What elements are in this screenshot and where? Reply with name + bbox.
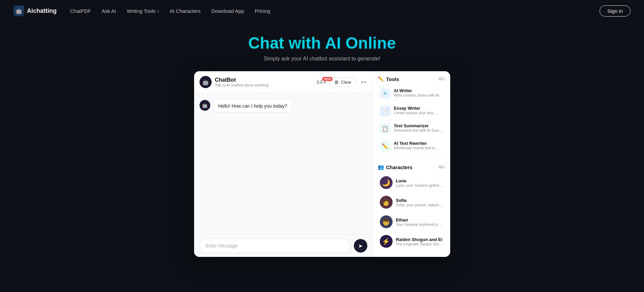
characters-all-chevron (444, 164, 446, 170)
tool-item-ai-writer[interactable]: ≡ AI Writer Write smarter, faster with A… (375, 85, 448, 102)
tools-section-header: ✏️ Tools All (373, 71, 450, 85)
tools-all-link[interactable]: All (438, 76, 445, 82)
char-item-luna[interactable]: 🌙 Luna Luna, your Yandere girlfriend,... (375, 173, 448, 192)
ai-writer-info: AI Writer Write smarter, faster with AI. (394, 88, 443, 97)
raiden-info: Raiden Shogun and Ei The enigmatic Raide… (396, 237, 443, 246)
nav-chatpdf[interactable]: ChatPDF (70, 8, 91, 14)
writing-tools-dropdown-icon (157, 8, 159, 14)
message-bubble: Hello! How can I help you today? (214, 100, 292, 112)
tools-section-icon: ✏️ (378, 76, 384, 82)
send-button[interactable]: ➤ (354, 239, 367, 253)
tools-section-title: ✏️ Tools (378, 76, 399, 82)
char-item-raiden-shogun[interactable]: ⚡ Raiden Shogun and Ei The enigmatic Rai… (375, 232, 448, 251)
chatbot-desc: Talk to AI chatbot about anything (215, 83, 313, 87)
brand-logo[interactable]: 🤖 Aichatting (13, 5, 57, 16)
chatbot-info: ChatBot Talk to AI chatbot about anythin… (215, 77, 313, 87)
dot-2 (364, 81, 366, 83)
text-summarizer-info: Text Summarizer Streamline text with AI … (394, 123, 443, 132)
tools-panel: ✏️ Tools All ≡ AI Writer Write smarter, … (373, 71, 450, 257)
characters-section-icon: 👥 (378, 164, 384, 170)
essay-writer-icon: 📄 (380, 106, 391, 116)
nav-links: ChatPDF Ask AI Writing Tools AI Characte… (70, 8, 600, 14)
message-row: 🤖 Hello! How can I help you today? (200, 100, 367, 112)
nav-writing-tools[interactable]: Writing Tools (127, 8, 159, 14)
clear-button[interactable]: 🗑 Clear (329, 77, 356, 87)
navigation: 🤖 Aichatting ChatPDF Ask AI Writing Tool… (0, 0, 644, 22)
characters-all-link[interactable]: All (438, 164, 445, 170)
text-summarizer-icon: 📋 (380, 123, 391, 134)
luna-info: Luna Luna, your Yandere girlfriend,... (396, 178, 443, 187)
send-icon: ➤ (358, 243, 363, 249)
chat-header-right: 3.5 NEW 🗑 Clear (316, 77, 367, 87)
svg-text:🤖: 🤖 (16, 8, 22, 14)
logo-icon: 🤖 (13, 5, 24, 16)
tool-item-essay-writer[interactable]: 📄 Essay Writer Create essays your way,..… (375, 102, 448, 120)
characters-section-header: 👥 Characters All (373, 159, 450, 173)
version-badge[interactable]: 3.5 NEW (316, 80, 326, 85)
nav-download-app[interactable]: Download App (211, 8, 244, 14)
luna-avatar: 🌙 (380, 176, 393, 189)
dot-1 (361, 81, 363, 83)
chat-input-area: ➤ (194, 234, 373, 257)
nav-pricing[interactable]: Pricing (255, 8, 270, 14)
brand-name: Aichatting (27, 7, 57, 15)
signin-button[interactable]: Sign in (600, 5, 631, 17)
ethan-info: Ethan Your Yandere boyfriend is deepl... (396, 217, 443, 227)
more-options-button[interactable] (360, 80, 367, 84)
hero-title: Chat with AI Online (0, 34, 644, 52)
sofia-info: Sofia Sofia, your poised, mature, and... (396, 198, 443, 207)
tools-all-chevron (444, 76, 446, 82)
ai-text-rewriter-info: AI Text Rewriter Effortlessly rewrite te… (394, 141, 443, 150)
chat-container: 🤖 ChatBot Talk to AI chatbot about anyth… (194, 71, 450, 257)
ai-writer-icon: ≡ (380, 88, 391, 99)
chat-input[interactable] (200, 239, 350, 253)
sofia-avatar: 👩 (380, 196, 393, 209)
new-badge: NEW (322, 77, 333, 81)
tool-item-text-summarizer[interactable]: 📋 Text Summarizer Streamline text with A… (375, 120, 448, 137)
hero-subtitle: Simply ask your AI chatbot assistant to … (0, 56, 644, 62)
chat-messages: 🤖 Hello! How can I help you today? (194, 93, 373, 234)
chat-header: 🤖 ChatBot Talk to AI chatbot about anyth… (194, 71, 373, 93)
tools-characters-divider (378, 157, 446, 157)
characters-section-title: 👥 Characters (378, 164, 412, 170)
char-item-ethan[interactable]: 👦 Ethan Your Yandere boyfriend is deepl.… (375, 212, 448, 232)
tool-item-ai-text-rewriter[interactable]: ✏️ AI Text Rewriter Effortlessly rewrite… (375, 137, 448, 155)
raiden-avatar: ⚡ (380, 235, 393, 248)
nav-ask-ai[interactable]: Ask AI (102, 8, 116, 14)
chat-panel: 🤖 ChatBot Talk to AI chatbot about anyth… (194, 71, 373, 257)
hero-section: Chat with AI Online Simply ask your AI c… (0, 22, 644, 71)
chatbot-name: ChatBot (215, 77, 313, 83)
char-item-sofia[interactable]: 👩 Sofia Sofia, your poised, mature, and.… (375, 192, 448, 212)
ai-text-rewriter-icon: ✏️ (380, 141, 391, 152)
message-avatar: 🤖 (200, 100, 210, 111)
clear-icon: 🗑 (334, 80, 339, 85)
nav-ai-characters[interactable]: AI Characters (170, 8, 201, 14)
essay-writer-info: Essay Writer Create essays your way,... (394, 106, 443, 115)
chatbot-header-avatar: 🤖 (200, 76, 212, 88)
ethan-avatar: 👦 (380, 215, 393, 228)
